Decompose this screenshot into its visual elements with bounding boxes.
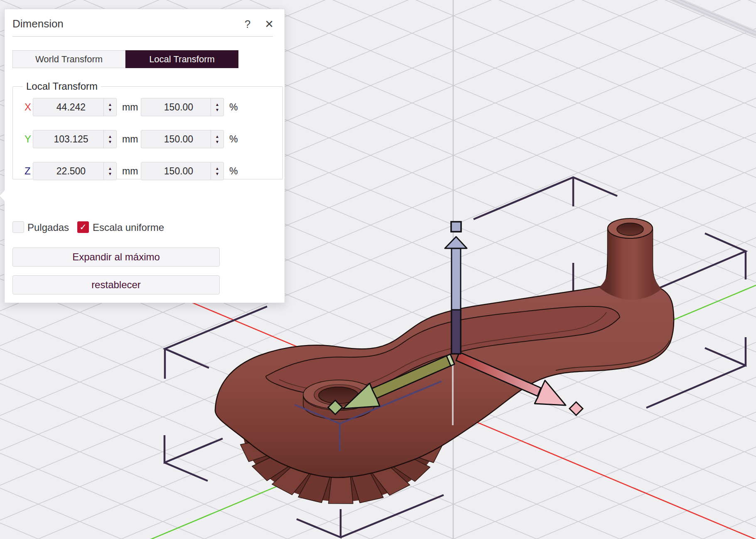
uniform-scale-label: Escala uniforme [93,222,164,233]
y-size-field: ▲ ▼ [33,130,117,148]
y-axis-label: Y [20,133,33,145]
check-icon: ✓ [79,222,87,232]
x-scale-stepper[interactable]: ▲ ▼ [211,98,223,116]
stepper-up-icon[interactable]: ▲ [215,103,219,106]
transform-tabs: World Transform Local Transform [12,50,285,68]
x-unit-label: mm [117,102,141,113]
stepper-down-icon[interactable]: ▼ [108,108,112,112]
help-icon[interactable]: ? [245,19,250,29]
gizmo-z-handle[interactable] [451,222,461,232]
stepper-up-icon[interactable]: ▲ [215,167,219,170]
tab-world-transform[interactable]: World Transform [12,50,125,68]
options-row: Pulgadas ✓ Escala uniforme [12,221,274,234]
x-size-stepper[interactable]: ▲ ▼ [103,98,116,116]
uniform-scale-checkbox[interactable]: ✓ [77,221,89,233]
stepper-down-icon[interactable]: ▼ [108,172,112,176]
y-scale-field: ▲ ▼ [141,130,224,148]
z-size-field: ▲ ▼ [33,162,117,180]
y-unit-label: mm [117,134,141,145]
z-percent-label: % [224,166,236,177]
dialog-header: Dimension ? ✕ [5,9,285,35]
z-scale-stepper[interactable]: ▲ ▼ [211,162,223,180]
y-scale-stepper[interactable]: ▲ ▼ [211,130,223,148]
z-unit-label: mm [117,166,141,177]
stepper-down-icon[interactable]: ▼ [215,108,219,112]
axis-row-z: Z ▲ ▼ mm ▲ ▼ % [20,162,282,180]
z-scale-field: ▲ ▼ [141,162,224,180]
stepper-up-icon[interactable]: ▲ [108,135,112,138]
close-icon[interactable]: ✕ [265,19,274,29]
y-percent-label: % [224,134,236,145]
stepper-up-icon[interactable]: ▲ [108,167,112,170]
local-transform-group: Local Transform X ▲ ▼ mm ▲ ▼ % Y [12,81,283,179]
stepper-down-icon[interactable]: ▼ [108,140,112,144]
dialog-title: Dimension [12,17,231,30]
axis-row-x: X ▲ ▼ mm ▲ ▼ % [20,98,282,116]
stepper-down-icon[interactable]: ▼ [215,172,219,176]
inches-checkbox[interactable] [12,221,24,233]
reset-button[interactable]: restablecer [12,275,220,294]
stepper-down-icon[interactable]: ▼ [215,140,219,144]
x-axis-label: X [20,101,33,113]
axis-row-y: Y ▲ ▼ mm ▲ ▼ % [20,130,282,148]
group-legend: Local Transform [23,81,101,92]
z-axis-label: Z [20,165,33,177]
dimension-dialog: Dimension ? ✕ World Transform Local Tran… [4,9,285,303]
stepper-up-icon[interactable]: ▲ [108,103,112,106]
y-size-stepper[interactable]: ▲ ▼ [103,130,116,148]
cylinder-post [599,218,661,300]
stepper-up-icon[interactable]: ▲ [215,135,219,138]
x-percent-label: % [224,102,236,113]
scale-to-fit-button[interactable]: Expandir al máximo [12,247,220,267]
z-size-stepper[interactable]: ▲ ▼ [103,162,116,180]
x-size-field: ▲ ▼ [33,98,117,116]
x-scale-field: ▲ ▼ [141,98,224,116]
tab-local-transform[interactable]: Local Transform [125,50,238,68]
inches-label: Pulgadas [27,222,69,233]
header-separator [12,36,273,37]
